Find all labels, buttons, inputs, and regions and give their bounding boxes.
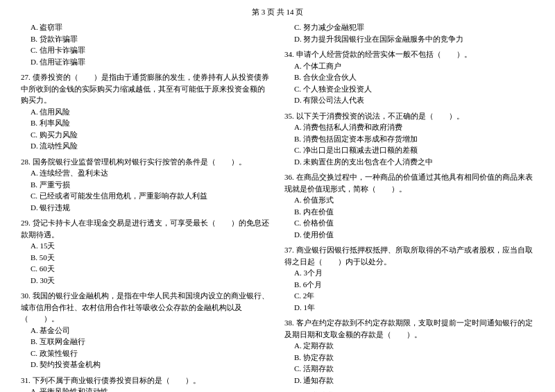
option: C. 信用卡诈骗罪	[21, 44, 271, 56]
option: C. 已经或者可能发生信用危机，严重影响存款人利益	[21, 190, 271, 202]
question-block-q34: 34. 申请个人经营贷款的经营实体一般不包括（ ）。 A. 个体工商户 B. 合…	[284, 49, 534, 106]
option: B. 6个月	[284, 279, 534, 291]
option: D. 通知存款	[284, 375, 534, 386]
question-text: 29. 贷记卡持卡人在非现金交易是进行透支，可享受最长（ ）的免息还款期待遇。	[21, 217, 271, 240]
question-text: 37. 商业银行因银行抵押权抵押、所取所取得的不动产或者股权，应当自取得之日起（…	[284, 244, 534, 267]
option: D. 未购置住房的支出包含在个人消费之中	[284, 156, 534, 168]
question-block-q29: 29. 贷记卡持卡人在非现金交易是进行透支，可享受最长（ ）的免息还款期待遇。 …	[21, 217, 271, 286]
option: C. 个人独资企业投资人	[284, 83, 534, 95]
option: A. 平衡风险性和流动性	[21, 386, 271, 392]
question-block-q35: 35. 以下关于消费投资的说法，不正确的是（ ）。 A. 消费包括私人消费和政府…	[284, 110, 534, 168]
option: B. 利率风险	[21, 117, 271, 129]
option: B. 合伙企业合伙人	[284, 71, 534, 83]
option: C. 2年	[284, 290, 534, 302]
question-text: 27. 债券投资的（ ）是指由于通货膨胀的发生，使券持有人从投资债券中所收到的金…	[21, 71, 271, 106]
right-column: C. 努力减少金融犯罪 D. 努力提升我国银行业在国际金融服务中的竞争力 34.…	[284, 22, 534, 392]
page-container: 第 3 页 共 14 页 A. 盗窃罪 B. 贷款诈骗罪 C. 信用卡诈骗罪 D…	[21, 7, 534, 392]
question-block-q28: 28. 国务院银行业监督管理机构对银行实行按管的条件是（ ）。 A. 连续经营、…	[21, 156, 271, 214]
option: A. 连续经营、盈利未达	[21, 167, 271, 179]
option: A. 盗窃罪	[21, 22, 271, 33]
left-column: A. 盗窃罪 B. 贷款诈骗罪 C. 信用卡诈骗罪 D. 信用证诈骗罪 27. …	[21, 22, 271, 392]
question-text: 30. 我国的银行业金融机构，是指在中华人民共和国境内设立的商业银行、城市信用合…	[21, 290, 271, 325]
question-block-q31: 31. 下列不属于商业银行债券投资目标的是（ ）。 A. 平衡风险性和流动性 B…	[21, 375, 271, 393]
question-text: 31. 下列不属于商业银行债券投资目标的是（ ）。	[21, 375, 271, 386]
option: B. 互联网金融行	[21, 336, 271, 348]
option: B. 贷款诈骗罪	[21, 33, 271, 45]
option: A. 15天	[21, 240, 271, 252]
option: C. 政策性银行	[21, 348, 271, 359]
question-block-q33-cont: C. 努力减少金融犯罪 D. 努力提升我国银行业在国际金融服务中的竞争力	[284, 22, 534, 44]
question-block-q27: 27. 债券投资的（ ）是指由于通货膨胀的发生，使券持有人从投资债券中所收到的金…	[21, 71, 271, 152]
option: A. 价值形式	[284, 194, 534, 206]
option: A. 个体工商户	[284, 60, 534, 72]
question-text: 34. 申请个人经营贷款的经营实体一般不包括（ ）。	[284, 49, 534, 60]
option: B. 50天	[21, 252, 271, 264]
option: B. 内在价值	[284, 206, 534, 218]
page-footer: 第 3 页 共 14 页	[21, 7, 534, 17]
option: A. 3个月	[284, 267, 534, 279]
option: D. 30天	[21, 275, 271, 287]
question-block-q36: 36. 在商品交换过程中，一种商品的价值通过其他具有相同价值的商品来表现就是价值…	[284, 171, 534, 240]
option: C. 活期存款	[284, 363, 534, 375]
option: A. 定期存款	[284, 340, 534, 352]
option: D. 契约投资基金机构	[21, 359, 271, 370]
option: A. 消费包括私人消费和政府消费	[284, 121, 534, 133]
option: A. 基金公司	[21, 325, 271, 336]
question-text: 38. 客户在约定存款到不约定存款期限，支取时提前一定时间通知银行的定及期日期和…	[284, 317, 534, 340]
option: D. 信用证诈骗罪	[21, 56, 271, 68]
option: C. 60天	[21, 263, 271, 275]
option: D. 流动性风险	[21, 140, 271, 152]
question-block-q38: 38. 客户在约定存款到不约定存款期限，支取时提前一定时间通知银行的定及期日期和…	[284, 317, 534, 386]
option: B. 协定存款	[284, 352, 534, 364]
option: C. 净出口是出口额减去进口额的差额	[284, 144, 534, 156]
question-text: 36. 在商品交换过程中，一种商品的价值通过其他具有相同价值的商品来表现就是价值…	[284, 171, 534, 194]
option: D. 使用价值	[284, 229, 534, 241]
question-block-q37: 37. 商业银行因银行抵押权抵押、所取所取得的不动产或者股权，应当自取得之日起（…	[284, 244, 534, 313]
question-block-a1: A. 盗窃罪 B. 贷款诈骗罪 C. 信用卡诈骗罪 D. 信用证诈骗罪	[21, 22, 271, 67]
option: D. 1年	[284, 302, 534, 314]
question-block-q30: 30. 我国的银行业金融机构，是指在中华人民共和国境内设立的商业银行、城市信用合…	[21, 290, 271, 370]
option: D. 银行违规	[21, 202, 271, 214]
option: C. 价格价值	[284, 217, 534, 229]
question-text: 35. 以下关于消费投资的说法，不正确的是（ ）。	[284, 110, 534, 122]
option: D. 有限公司法人代表	[284, 94, 534, 106]
option: A. 信用风险	[21, 106, 271, 118]
option: B. 消费包括固定资本形成和存货增加	[284, 133, 534, 145]
questions-columns: A. 盗窃罪 B. 贷款诈骗罪 C. 信用卡诈骗罪 D. 信用证诈骗罪 27. …	[21, 22, 534, 392]
option: C. 购买力风险	[21, 129, 271, 141]
option: D. 努力提升我国银行业在国际金融服务中的竞争力	[284, 33, 534, 45]
option: C. 努力减少金融犯罪	[284, 22, 534, 33]
option: B. 严重亏损	[21, 179, 271, 191]
question-text: 28. 国务院银行业监督管理机构对银行实行按管的条件是（ ）。	[21, 156, 271, 168]
